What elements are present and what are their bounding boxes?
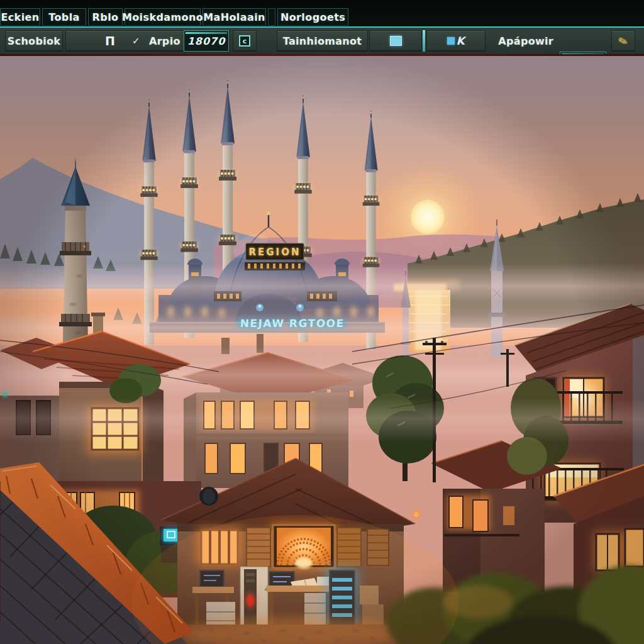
app-label-button[interactable]: Schobiok [5,30,63,52]
app-window: Eckien Tobla Rblo Moiskdamono MaHolaain … [0,0,644,644]
k-button[interactable]: K [426,30,486,52]
menu-item-rblo[interactable]: Rblo [88,8,123,26]
menu-item-label: Norlogoets [280,11,345,23]
check-icon[interactable]: ✓ [132,35,140,47]
apopowir-label: Apápowir [489,30,557,52]
menu-item-label: Tobla [48,11,80,23]
arpio-label: Arpio [149,35,180,47]
sunset-town-image: REGION REGION [0,56,644,644]
small-blue-square-icon [447,37,455,45]
frame-icon[interactable]: Π [105,34,115,48]
blue-square-icon [390,36,402,46]
k-label: K [456,35,464,47]
mode-label-button[interactable]: Tainhiomanot [277,30,368,52]
menu-item-tobla[interactable]: Tobla [42,8,86,26]
menu-item-maholaain[interactable]: MaHolaain [203,8,266,26]
menu-bar: Eckien Tobla Rblo Moiskdamono MaHolaain … [0,0,644,26]
arpio-value-field[interactable]: 18070 [184,30,229,52]
square-icon-button[interactable] [369,30,422,52]
menu-spacer [268,8,275,26]
pen-button[interactable]: ✎ [611,30,635,52]
toolbar-divider [423,30,425,52]
pen-icon: ✎ [617,33,630,48]
scene-canvas[interactable]: REGION REGION [0,56,644,644]
c-icon-button[interactable]: c [233,30,257,52]
toolbar: Schobiok Π ✓ Arpio 18070 c Tainhiomanot … [0,26,644,54]
menu-item-eckien[interactable]: Eckien [0,8,40,26]
menu-item-label: Eckien [1,11,39,23]
vignette [0,56,644,644]
menu-item-label: MaHolaain [203,11,265,23]
c-icon: c [239,35,250,47]
menu-item-moiskdamono[interactable]: Moiskdamono [125,8,201,26]
menu-item-label: Moiskdamono [122,11,203,23]
menu-item-norlogoets[interactable]: Norlogoets [277,8,348,26]
menu-item-label: Rblo [92,11,119,23]
